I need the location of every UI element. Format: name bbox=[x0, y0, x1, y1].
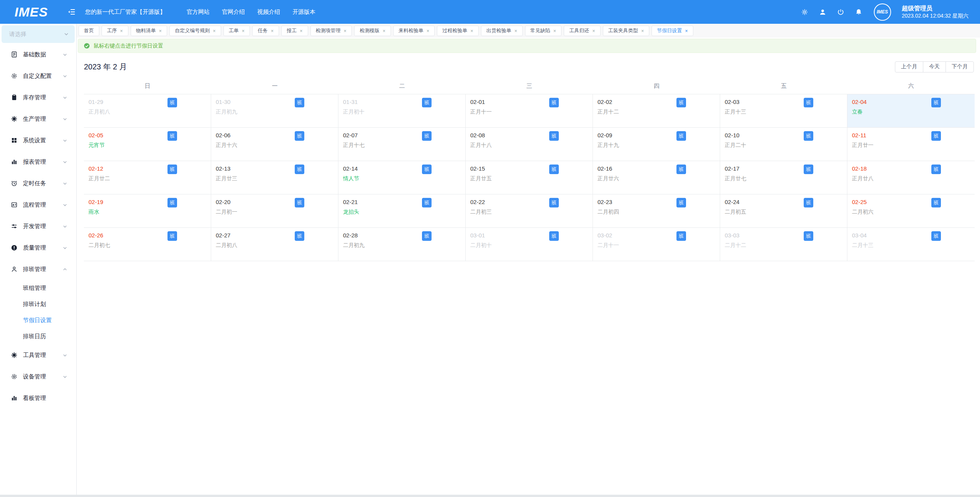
calendar-cell-03-01[interactable]: 03-01二月初十班 bbox=[466, 228, 593, 261]
close-tab-icon[interactable]: × bbox=[685, 28, 688, 34]
tab-10[interactable]: 来料检验单× bbox=[393, 26, 435, 36]
sidebar-subitem-11-3[interactable]: 节假日设置 bbox=[0, 312, 76, 328]
tab-6[interactable]: 任务× bbox=[252, 26, 279, 36]
calendar-cell-02-01[interactable]: 02-01正月十一班 bbox=[466, 94, 593, 128]
tab-9[interactable]: 检测模版× bbox=[354, 26, 391, 36]
sidebar-item-label: 设备管理 bbox=[23, 373, 62, 380]
calendar-cell-02-23[interactable]: 02-23二月初四班 bbox=[593, 194, 720, 228]
tab-5[interactable]: 工单× bbox=[223, 26, 250, 36]
calendar-cell-02-26[interactable]: 02-26二月初七班 bbox=[84, 228, 211, 261]
close-tab-icon[interactable]: × bbox=[470, 28, 473, 34]
calendar-cell-02-06[interactable]: 02-06正月十六班 bbox=[211, 128, 338, 161]
top-nav-link-1[interactable]: 官方网站 bbox=[187, 8, 210, 16]
tab-4[interactable]: 自定义编号规则× bbox=[169, 26, 221, 36]
gear-icon[interactable] bbox=[801, 8, 808, 16]
calendar-cell-02-17[interactable]: 02-17正月廿七班 bbox=[720, 161, 847, 194]
calendar-cell-02-15[interactable]: 02-15正月廿五班 bbox=[466, 161, 593, 194]
close-tab-icon[interactable]: × bbox=[271, 28, 274, 34]
avatar[interactable]: IMES bbox=[874, 3, 891, 21]
calendar-cell-03-02[interactable]: 03-02二月十一班 bbox=[593, 228, 720, 261]
tab-15[interactable]: 工装夹具类型× bbox=[603, 26, 650, 36]
sidebar-subitem-11-4[interactable]: 排班日历 bbox=[0, 328, 76, 344]
calendar-cell-02-09[interactable]: 02-09正月十九班 bbox=[593, 128, 720, 161]
close-tab-icon[interactable]: × bbox=[300, 28, 303, 34]
calendar-cell-02-13[interactable]: 02-13正月廿三班 bbox=[211, 161, 338, 194]
sidebar-item-10[interactable]: 质量管理 bbox=[0, 237, 76, 258]
calendar-cell-02-07[interactable]: 02-07正月十七班 bbox=[338, 128, 466, 161]
top-nav-link-2[interactable]: 官网介绍 bbox=[222, 8, 245, 16]
tab-3[interactable]: 物料清单× bbox=[131, 26, 167, 36]
tab-13[interactable]: 常见缺陷× bbox=[525, 26, 562, 36]
close-tab-icon[interactable]: × bbox=[641, 28, 644, 34]
sidebar-item-14[interactable]: 看板管理 bbox=[0, 387, 76, 409]
sidebar-subitem-11-1[interactable]: 班组管理 bbox=[0, 280, 76, 296]
close-tab-icon[interactable]: × bbox=[553, 28, 556, 34]
calendar-cell-02-10[interactable]: 02-10正月二十班 bbox=[720, 128, 847, 161]
sidebar-item-5[interactable]: 系统设置 bbox=[0, 130, 76, 151]
today-button[interactable]: 今天 bbox=[923, 61, 946, 72]
power-icon[interactable] bbox=[837, 8, 844, 16]
calendar-cell-02-24[interactable]: 02-24二月初五班 bbox=[720, 194, 847, 228]
sidebar-item-label: 生产管理 bbox=[23, 115, 62, 123]
calendar-cell-03-03[interactable]: 03-03二月十二班 bbox=[720, 228, 847, 261]
next-month-button[interactable]: 下个月 bbox=[946, 61, 974, 72]
sidebar-subitem-11-2[interactable]: 排班计划 bbox=[0, 296, 76, 312]
calendar-cell-02-22[interactable]: 02-22二月初三班 bbox=[466, 194, 593, 228]
calendar-cell-02-20[interactable]: 02-20二月初一班 bbox=[211, 194, 338, 228]
bell-icon[interactable] bbox=[855, 8, 862, 16]
sidebar-item-6[interactable]: 报表管理 bbox=[0, 151, 76, 173]
calendar-cell-02-04[interactable]: 02-04立春班 bbox=[847, 94, 975, 128]
sidebar-item-7[interactable]: 定时任务 bbox=[0, 173, 76, 194]
close-tab-icon[interactable]: × bbox=[514, 28, 517, 34]
calendar-cell-02-25[interactable]: 02-25二月初六班 bbox=[847, 194, 975, 228]
collapse-menu-icon[interactable] bbox=[67, 8, 76, 16]
prev-month-button[interactable]: 上个月 bbox=[895, 61, 923, 72]
sidebar-item-12[interactable]: 工具管理 bbox=[0, 344, 76, 366]
calendar-cell-01-29[interactable]: 01-29正月初八班 bbox=[84, 94, 211, 128]
close-tab-icon[interactable]: × bbox=[382, 28, 386, 34]
tab-11[interactable]: 过程检验单× bbox=[437, 26, 479, 36]
close-tab-icon[interactable]: × bbox=[213, 28, 216, 34]
calendar-cell-01-30[interactable]: 01-30正月初九班 bbox=[211, 94, 338, 128]
calendar-cell-02-27[interactable]: 02-27二月初八班 bbox=[211, 228, 338, 261]
sidebar-item-3[interactable]: 库存管理 bbox=[0, 87, 76, 108]
tab-7[interactable]: 报工× bbox=[281, 26, 308, 36]
sidebar-item-9[interactable]: 开发管理 bbox=[0, 216, 76, 237]
tab-12[interactable]: 出货检验单× bbox=[481, 26, 523, 36]
sidebar-item-2[interactable]: 自定义配置 bbox=[0, 65, 76, 87]
calendar-cell-02-21[interactable]: 02-21龙抬头班 bbox=[338, 194, 466, 228]
tab-1[interactable]: 首页 bbox=[79, 26, 99, 36]
close-tab-icon[interactable]: × bbox=[242, 28, 245, 34]
calendar-cell-02-11[interactable]: 02-11正月廿一班 bbox=[847, 128, 975, 161]
sidebar-select[interactable]: 请选择 bbox=[2, 25, 75, 43]
close-tab-icon[interactable]: × bbox=[344, 28, 347, 34]
close-tab-icon[interactable]: × bbox=[159, 28, 162, 34]
close-tab-icon[interactable]: × bbox=[427, 28, 430, 34]
calendar-cell-01-31[interactable]: 01-31正月初十班 bbox=[338, 94, 466, 128]
close-tab-icon[interactable]: × bbox=[120, 28, 123, 34]
calendar-cell-02-05[interactable]: 02-05元宵节班 bbox=[84, 128, 211, 161]
top-nav-link-4[interactable]: 开源版本 bbox=[292, 8, 315, 16]
calendar-cell-02-19[interactable]: 02-19雨水班 bbox=[84, 194, 211, 228]
top-nav-link-3[interactable]: 视频介绍 bbox=[257, 8, 280, 16]
tab-2[interactable]: 工序× bbox=[102, 26, 128, 36]
close-tab-icon[interactable]: × bbox=[592, 28, 595, 34]
tab-8[interactable]: 检测项管理× bbox=[310, 26, 352, 36]
calendar-cell-02-03[interactable]: 02-03正月十三班 bbox=[720, 94, 847, 128]
calendar-cell-02-16[interactable]: 02-16正月廿六班 bbox=[593, 161, 720, 194]
calendar-cell-02-08[interactable]: 02-08正月十八班 bbox=[466, 128, 593, 161]
calendar-cell-03-04[interactable]: 03-04二月十三班 bbox=[847, 228, 975, 261]
sidebar-item-13[interactable]: 设备管理 bbox=[0, 366, 76, 387]
sidebar-item-8[interactable]: 流程管理 bbox=[0, 194, 76, 216]
sidebar-item-1[interactable]: 基础数据 bbox=[0, 44, 76, 65]
calendar-cell-02-14[interactable]: 02-14情人节班 bbox=[338, 161, 466, 194]
calendar-cell-02-18[interactable]: 02-18正月廿八班 bbox=[847, 161, 975, 194]
sidebar-item-11[interactable]: 排班管理 bbox=[0, 258, 76, 280]
calendar-cell-02-28[interactable]: 02-28二月初九班 bbox=[338, 228, 466, 261]
tab-14[interactable]: 工具归还× bbox=[564, 26, 601, 36]
calendar-cell-02-12[interactable]: 02-12正月廿二班 bbox=[84, 161, 211, 194]
sidebar-item-4[interactable]: 生产管理 bbox=[0, 108, 76, 130]
user-icon[interactable] bbox=[819, 8, 826, 16]
calendar-cell-02-02[interactable]: 02-02正月十二班 bbox=[593, 94, 720, 128]
tab-16[interactable]: 节假日设置× bbox=[652, 26, 693, 36]
